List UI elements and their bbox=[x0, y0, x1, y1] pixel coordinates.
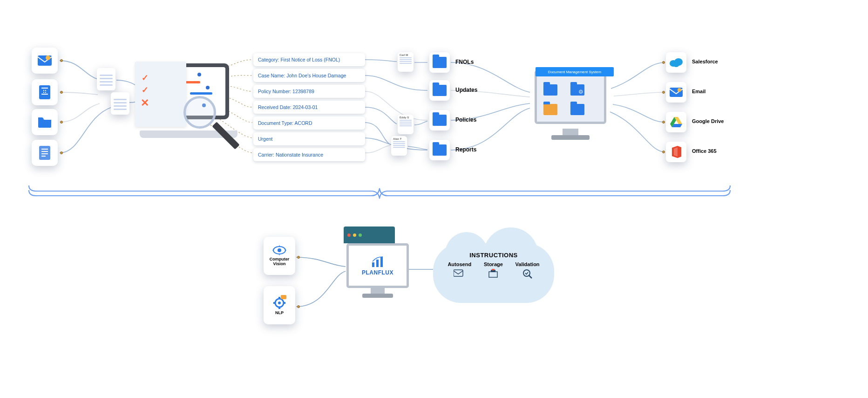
person-name: Eddy S bbox=[400, 116, 412, 119]
person-card: Eddy S bbox=[398, 115, 414, 134]
svg-rect-7 bbox=[42, 91, 47, 92]
dest-label: Google Drive bbox=[692, 118, 724, 124]
meta-urgent: Urgent bbox=[253, 132, 365, 145]
validation-icon bbox=[522, 269, 533, 279]
tech-computer-vision: Computer Vision bbox=[264, 237, 295, 275]
svg-rect-9 bbox=[41, 149, 48, 150]
folder-updates bbox=[429, 80, 450, 101]
planflux-brand: PLANFLUX bbox=[362, 269, 393, 276]
gear-icon bbox=[272, 295, 286, 309]
svg-rect-4 bbox=[41, 94, 48, 95]
svg-rect-31 bbox=[278, 297, 280, 299]
svg-rect-38 bbox=[380, 257, 383, 267]
svg-line-46 bbox=[529, 275, 532, 278]
dest-email-icon bbox=[666, 82, 686, 103]
folder-label: FNOLs bbox=[455, 59, 474, 65]
folder-gear-icon: ⚙ bbox=[570, 84, 584, 96]
folder-label: Updates bbox=[455, 87, 477, 93]
tech-nlp: NLP bbox=[264, 286, 295, 324]
instruction-label: Autosend bbox=[448, 261, 471, 267]
meta-policy-number: Policy Number: 12398789 bbox=[253, 85, 365, 98]
analysis-laptop: ✓ ✓ ✕ bbox=[140, 63, 237, 138]
bottom-wires bbox=[0, 214, 868, 364]
input-form-icon bbox=[32, 79, 58, 105]
input-document-icon bbox=[32, 140, 58, 166]
planflux-monitor: PLANFLUX bbox=[346, 243, 409, 304]
svg-point-15 bbox=[673, 62, 679, 67]
person-card: Carl M bbox=[398, 52, 414, 72]
tech-label: NLP bbox=[275, 311, 284, 316]
autosend-icon bbox=[454, 269, 466, 277]
svg-rect-11 bbox=[41, 153, 48, 154]
svg-marker-22 bbox=[674, 147, 678, 157]
svg-rect-39 bbox=[454, 270, 463, 276]
folder-label: Reports bbox=[455, 146, 476, 153]
dest-google-drive-icon bbox=[666, 112, 686, 132]
svg-rect-10 bbox=[41, 151, 48, 152]
meta-case-name: Case Name: John Doe's House Damage bbox=[253, 69, 365, 82]
folder-reports bbox=[429, 140, 450, 160]
svg-rect-35 bbox=[281, 295, 286, 299]
dms-monitor: Document Management System ⚙ bbox=[531, 70, 610, 140]
svg-point-17 bbox=[678, 88, 681, 92]
svg-rect-34 bbox=[283, 302, 285, 304]
svg-rect-32 bbox=[278, 307, 280, 309]
folder-label: Policies bbox=[455, 117, 476, 123]
instructions-cloud: INSTRUCTIONS Autosend Storage Validation bbox=[433, 243, 554, 303]
svg-rect-36 bbox=[372, 262, 374, 267]
meta-category: Category: First Notice of Loss (FNOL) bbox=[253, 53, 365, 66]
svg-rect-33 bbox=[273, 302, 276, 304]
person-card: Alan T bbox=[391, 136, 407, 156]
storage-icon bbox=[488, 269, 498, 278]
doc-icon bbox=[111, 92, 129, 115]
brace bbox=[28, 180, 731, 208]
tech-label: Computer Vision bbox=[264, 257, 295, 267]
svg-point-30 bbox=[278, 302, 281, 304]
person-name: Carl M bbox=[400, 54, 412, 56]
folder-fnols bbox=[429, 52, 450, 73]
dest-label: Salesforce bbox=[692, 59, 718, 64]
person-name: Alan T bbox=[393, 137, 405, 140]
eye-icon bbox=[272, 245, 286, 255]
svg-rect-42 bbox=[489, 272, 497, 277]
folder-policies bbox=[429, 110, 450, 130]
folder-icon bbox=[570, 104, 584, 115]
doc-icon bbox=[97, 68, 115, 90]
folder-icon bbox=[543, 104, 557, 115]
instructions-title: INSTRUCTIONS bbox=[441, 252, 546, 259]
input-email-icon bbox=[32, 48, 58, 74]
meta-document-type: Document Type: ACORD bbox=[253, 117, 365, 130]
chart-icon bbox=[371, 256, 385, 268]
dest-label: Email bbox=[692, 89, 705, 94]
dest-salesforce-icon bbox=[666, 52, 686, 73]
folder-icon bbox=[543, 84, 557, 96]
dms-header: Document Management System bbox=[536, 67, 614, 76]
svg-rect-44 bbox=[492, 269, 495, 270]
input-folder-icon bbox=[32, 109, 58, 135]
instruction-label: Validation bbox=[515, 261, 540, 267]
instruction-label: Storage bbox=[484, 261, 503, 267]
dest-office365-icon bbox=[666, 142, 686, 162]
meta-carrier: Carrier: Nationstate Insurance bbox=[253, 148, 365, 161]
svg-rect-8 bbox=[39, 146, 50, 160]
svg-rect-37 bbox=[376, 260, 379, 267]
dest-label: Office 365 bbox=[692, 148, 717, 154]
meta-received-date: Received Date: 2024-03-01 bbox=[253, 101, 365, 114]
svg-point-24 bbox=[278, 248, 281, 252]
svg-rect-12 bbox=[41, 156, 46, 157]
svg-point-45 bbox=[523, 270, 530, 276]
svg-rect-3 bbox=[41, 88, 48, 89]
svg-point-1 bbox=[46, 55, 50, 60]
